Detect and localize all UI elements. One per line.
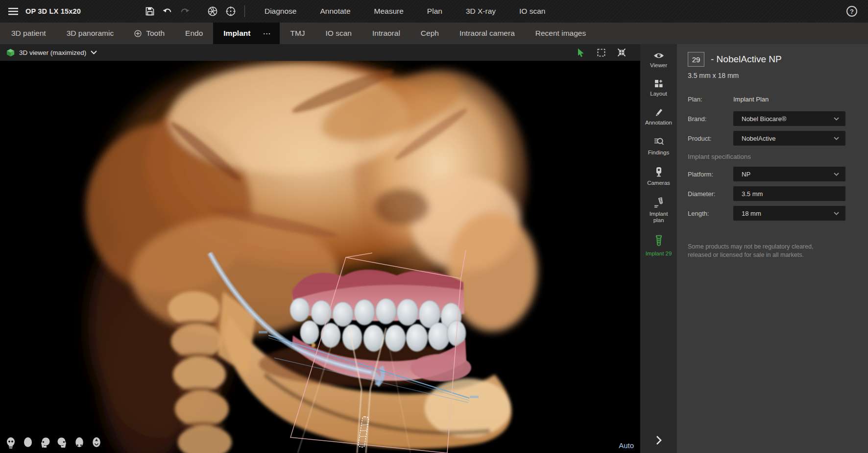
tool-cameras[interactable]: Cameras: [640, 167, 677, 186]
view-back-button[interactable]: [23, 436, 34, 450]
implant-plan-icon: [653, 197, 664, 208]
diameter-row: Diameter: 3.5 mm: [688, 186, 857, 201]
diameter-value: 3.5 mm: [742, 190, 763, 198]
tool-layout[interactable]: Layout: [640, 79, 677, 97]
tab-implant[interactable]: Implant ⋯: [213, 23, 280, 44]
view-top-button[interactable]: [74, 436, 86, 450]
tool-viewer[interactable]: Viewer: [640, 52, 677, 69]
tool-findings-label: Findings: [648, 150, 669, 156]
camera-icon: [655, 167, 662, 177]
tool-implant-plan[interactable]: Implant plan: [640, 197, 677, 224]
tab-ceph[interactable]: Ceph: [410, 23, 449, 44]
viewer-header: 3D viewer (maximized): [0, 44, 640, 61]
length-select[interactable]: 18 mm: [733, 206, 845, 221]
view-presets: [5, 436, 103, 450]
tab-intraoral-camera[interactable]: Intraoral camera: [449, 23, 525, 44]
brand-row: Brand: Nobel Biocare®: [688, 111, 857, 126]
platform-row: Platform: NP: [688, 167, 857, 181]
regulatory-disclaimer: Some products may not be regulatory clea…: [688, 243, 836, 260]
length-label: Length:: [688, 210, 733, 217]
view-left-button[interactable]: [40, 436, 51, 450]
app-title: OP 3D LX 15x20: [25, 7, 81, 15]
platform-label: Platform:: [688, 171, 733, 178]
viewer-title: 3D viewer (maximized): [19, 49, 86, 56]
diameter-label: Diameter:: [688, 190, 733, 198]
implant-dimensions: 3.5 mm x 18 mm: [688, 72, 857, 79]
3d-viewer: 3D viewer (maximized): [0, 44, 640, 453]
nav-io-scan[interactable]: IO scan: [507, 0, 557, 23]
view-right-button[interactable]: [57, 436, 69, 450]
tool-layout-label: Layout: [650, 91, 667, 97]
redo-icon[interactable]: [180, 7, 190, 15]
tab-3d-panoramic[interactable]: 3D panoramic: [56, 23, 124, 44]
tab-tmj[interactable]: TMJ: [280, 23, 315, 44]
save-icon[interactable]: [145, 7, 154, 16]
undo-icon[interactable]: [163, 7, 172, 15]
platform-value: NP: [742, 171, 750, 178]
nav-diagnose[interactable]: Diagnose: [253, 0, 309, 23]
chevron-down-icon: [91, 50, 97, 54]
plan-row: Plan: Implant Plan: [688, 92, 857, 106]
collapse-view-icon[interactable]: [617, 48, 626, 57]
layout-grid-icon: [654, 79, 663, 88]
tool-implant-29-label: Implant 29: [646, 251, 672, 257]
tool-implant-29[interactable]: Implant 29: [640, 235, 677, 257]
panel-expand-chevron[interactable]: [640, 435, 677, 445]
chevron-down-icon: [834, 117, 839, 121]
view-bottom-button[interactable]: [91, 436, 103, 450]
tab-overflow-menu[interactable]: ⋯: [260, 28, 274, 39]
product-label: Product:: [688, 135, 733, 142]
platform-select[interactable]: NP: [733, 167, 845, 181]
help-icon[interactable]: ?: [846, 6, 857, 17]
tool-implant-plan-label: Implant plan: [645, 211, 673, 224]
3d-cube-icon: [6, 49, 15, 57]
chevron-down-icon: [834, 137, 839, 140]
center-target-icon[interactable]: [226, 6, 236, 16]
workspace-tab-bar: 3D patient 3D panoramic Tooth Endo Impla…: [0, 23, 868, 44]
tab-3d-patient[interactable]: 3D patient: [1, 23, 56, 44]
tool-findings[interactable]: Findings: [640, 137, 677, 156]
eye-icon: [653, 52, 664, 59]
nav-plan[interactable]: Plan: [415, 0, 454, 23]
right-tool-rail: Viewer Layout Annotation Findings Camera…: [640, 44, 677, 453]
tab-intraoral[interactable]: Intraoral: [362, 23, 410, 44]
product-row: Product: NobelActive: [688, 131, 857, 146]
fit-to-screen-icon[interactable]: [597, 49, 605, 57]
pointer-tool-icon[interactable]: [577, 48, 585, 57]
implant-specifications-heading: Implant specifications: [688, 153, 857, 160]
tab-implant-label: Implant: [223, 29, 250, 38]
hamburger-menu-icon[interactable]: [8, 8, 18, 15]
implant-title: - NobelActive NP: [711, 54, 782, 65]
product-select[interactable]: NobelActive: [733, 131, 845, 146]
tab-recent-images[interactable]: Recent images: [525, 23, 596, 44]
brand-value: Nobel Biocare®: [742, 115, 786, 123]
chevron-down-icon: [834, 212, 839, 215]
chevron-down-icon: [834, 173, 839, 176]
3d-skull-render: [0, 61, 640, 453]
pencil-icon: [654, 108, 663, 117]
length-row: Length: 18 mm: [688, 206, 857, 221]
auto-rendering-toggle[interactable]: Auto: [619, 441, 634, 450]
tab-endo[interactable]: Endo: [175, 23, 213, 44]
findings-search-icon: [654, 137, 664, 147]
nav-annotate[interactable]: Annotate: [308, 0, 362, 23]
length-value: 18 mm: [742, 210, 761, 217]
tool-viewer-label: Viewer: [650, 62, 667, 69]
view-front-button[interactable]: [5, 436, 17, 450]
snapshot-aperture-icon[interactable]: [208, 6, 217, 16]
nav-3d-xray[interactable]: 3D X-ray: [454, 0, 507, 23]
viewer-title-dropdown[interactable]: 3D viewer (maximized): [6, 49, 97, 57]
tool-annotation[interactable]: Annotation: [640, 108, 677, 126]
tab-tooth-label: Tooth: [146, 29, 165, 38]
brand-select[interactable]: Nobel Biocare®: [733, 111, 845, 126]
nav-measure[interactable]: Measure: [362, 0, 415, 23]
3d-render-canvas[interactable]: [0, 61, 640, 453]
top-bar: OP 3D LX 15x20: [0, 0, 868, 23]
toolbar-separator: [244, 5, 245, 17]
tab-io-scan[interactable]: IO scan: [315, 23, 362, 44]
plan-value: Implant Plan: [733, 96, 769, 103]
implant-29-icon: [654, 235, 663, 248]
implant-properties-panel: 29 - NobelActive NP 3.5 mm x 18 mm Plan:…: [677, 44, 868, 453]
tab-tooth[interactable]: Tooth: [124, 23, 175, 44]
diameter-field[interactable]: 3.5 mm: [733, 186, 845, 201]
